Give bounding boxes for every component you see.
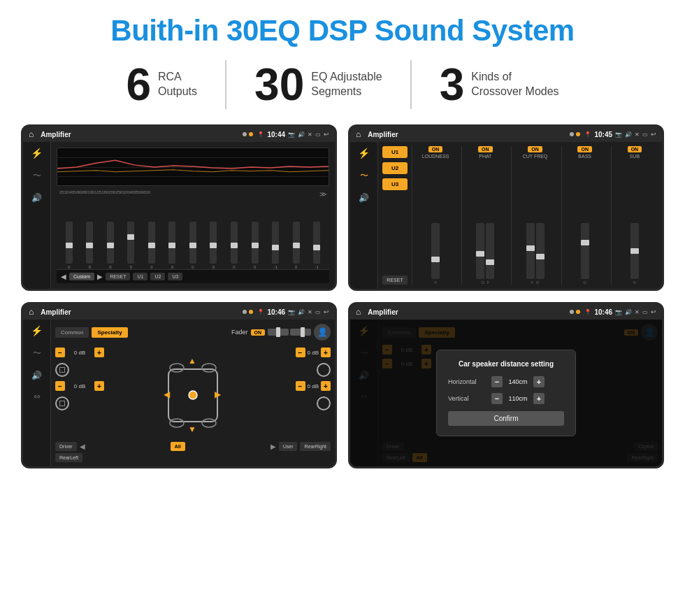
status-icons-1: 📍 10:44 📷 🔊 ✕ ▭ ↩ <box>257 131 329 138</box>
fader-area: Common Specialty Fader ON <box>51 320 335 466</box>
db-minus-2[interactable]: − <box>55 381 65 391</box>
eq-custom-button[interactable]: Custom <box>69 273 94 280</box>
back-icon-1[interactable]: ↩ <box>324 131 329 138</box>
loudness-slider[interactable] <box>431 223 440 279</box>
fader-toggle[interactable]: ON <box>251 329 266 336</box>
eq-icon-3[interactable]: ⚡ <box>31 325 43 336</box>
loudness-label: LOUDNESS <box>422 154 449 159</box>
eq-reset-button[interactable]: RESET <box>106 273 130 280</box>
user-button-3[interactable]: User <box>279 442 298 451</box>
wave-icon-3[interactable]: 〜 <box>33 348 41 359</box>
eq-thumb-2[interactable] <box>86 243 93 248</box>
preset-u1-button[interactable]: U1 <box>382 146 408 158</box>
fader-track[interactable] <box>268 329 289 336</box>
camera-icon-3: 📷 <box>288 309 295 315</box>
expand-icon[interactable]: ≫ <box>319 190 326 198</box>
fader-tabs-row: Common Specialty Fader ON <box>55 324 331 341</box>
arrows-icon-3[interactable]: ⇔ <box>34 392 41 401</box>
loudness-toggle[interactable]: ON <box>428 146 443 152</box>
eq-icon-2[interactable]: ⚡ <box>358 148 370 159</box>
eq-thumb-9[interactable] <box>231 243 238 248</box>
db-plus-1[interactable]: + <box>94 348 104 357</box>
rearleft-button[interactable]: RearLeft <box>55 453 82 462</box>
fader-track2[interactable] <box>290 329 311 336</box>
fader-thumb2[interactable] <box>301 327 305 337</box>
back-icon-3[interactable]: ↩ <box>324 308 329 315</box>
eq-u3-button[interactable]: U3 <box>168 273 182 280</box>
bass-thumb[interactable] <box>581 240 589 245</box>
eq-prev-button[interactable]: ◀ <box>61 273 66 280</box>
close-icon-1: ✕ <box>308 131 312 138</box>
home-icon-1[interactable]: ⌂ <box>29 129 34 139</box>
back-icon-2[interactable]: ↩ <box>651 131 656 138</box>
tab-specialty[interactable]: Specialty <box>92 327 127 338</box>
home-icon-2[interactable]: ⌂ <box>356 129 361 139</box>
eq-u1-button[interactable]: U1 <box>133 273 147 280</box>
vertical-plus-button[interactable]: + <box>533 393 545 404</box>
phat-slider-1[interactable] <box>476 223 484 279</box>
eq-thumb-11[interactable] <box>272 245 279 250</box>
eq-next-button[interactable]: ▶ <box>97 273 103 280</box>
eq-thumb-5[interactable] <box>148 243 155 248</box>
eq-thumb-3[interactable] <box>107 243 114 248</box>
rearright-button[interactable]: RearRight <box>300 442 331 451</box>
bass-slider[interactable] <box>581 223 589 279</box>
nav-right[interactable]: ▶ <box>271 443 276 450</box>
db-value-3: 0 dB <box>308 350 319 356</box>
horizontal-plus-button[interactable]: + <box>533 376 545 387</box>
wave-icon-2[interactable]: 〜 <box>360 170 368 182</box>
speaker-inner-2 <box>59 401 65 406</box>
home-icon-3[interactable]: ⌂ <box>29 307 34 317</box>
screen-content-1: ⚡ 〜 🔊 25 <box>23 142 335 289</box>
speaker-icon-2[interactable]: 🔊 <box>359 193 369 203</box>
db-minus-3[interactable]: − <box>296 348 305 357</box>
eq-thumb-8[interactable] <box>210 243 217 248</box>
sub-thumb[interactable] <box>630 248 639 254</box>
phat-thumb-2[interactable] <box>486 259 494 265</box>
eq-u2-button[interactable]: U2 <box>150 273 165 280</box>
speaker-icon-3[interactable]: 🔊 <box>31 371 42 380</box>
confirm-button[interactable]: Confirm <box>448 411 564 426</box>
wave-icon-1[interactable]: 〜 <box>33 170 41 182</box>
eq-thumb-7[interactable] <box>189 243 196 248</box>
phat-slider-2[interactable] <box>486 223 494 279</box>
loudness-thumb[interactable] <box>431 257 440 262</box>
speaker-icon-1[interactable]: 🔊 <box>31 193 42 203</box>
home-icon-4[interactable]: ⌂ <box>356 307 361 317</box>
back-icon-4[interactable]: ↩ <box>651 308 656 315</box>
cutfreq-thumb-2[interactable] <box>536 254 545 259</box>
horizontal-minus-button[interactable]: − <box>491 376 503 387</box>
profile-icon-3[interactable]: 👤 <box>314 324 331 341</box>
crossover-reset-button[interactable]: RESET <box>382 275 408 285</box>
preset-u2-button[interactable]: U2 <box>382 162 408 174</box>
eq-thumb-1[interactable] <box>66 243 73 248</box>
sub-scale: G <box>633 280 637 285</box>
fader-thumb[interactable] <box>276 327 280 337</box>
db-plus-4[interactable]: + <box>321 381 331 391</box>
db-minus-4[interactable]: − <box>296 381 305 391</box>
db-minus-1[interactable]: − <box>55 348 65 357</box>
cutfreq-toggle[interactable]: ON <box>528 146 542 152</box>
sub-toggle[interactable]: ON <box>628 146 642 152</box>
cutfreq-thumb-1[interactable] <box>526 245 535 251</box>
phat-toggle[interactable]: ON <box>478 146 493 152</box>
tab-common[interactable]: Common <box>55 327 89 338</box>
cutfreq-slider-1[interactable] <box>526 223 535 279</box>
eq-thumb-6[interactable] <box>168 243 175 248</box>
eq-icon-1[interactable]: ⚡ <box>31 148 43 159</box>
db-plus-3[interactable]: + <box>321 348 331 357</box>
eq-thumb-13[interactable] <box>313 245 320 250</box>
phat-thumb-1[interactable] <box>476 251 484 257</box>
eq-thumb-4[interactable] <box>127 234 134 240</box>
eq-thumb-12[interactable] <box>293 243 300 248</box>
all-button[interactable]: All <box>171 442 185 451</box>
cutfreq-slider-2[interactable] <box>536 223 545 279</box>
db-plus-2[interactable]: + <box>94 381 104 391</box>
vertical-minus-button[interactable]: − <box>491 393 503 404</box>
sub-slider[interactable] <box>630 223 639 279</box>
driver-button[interactable]: Driver <box>55 442 77 451</box>
nav-left[interactable]: ◀ <box>80 443 85 450</box>
preset-u3-button[interactable]: U3 <box>382 178 408 190</box>
eq-thumb-10[interactable] <box>252 243 259 248</box>
bass-toggle[interactable]: ON <box>577 146 592 152</box>
